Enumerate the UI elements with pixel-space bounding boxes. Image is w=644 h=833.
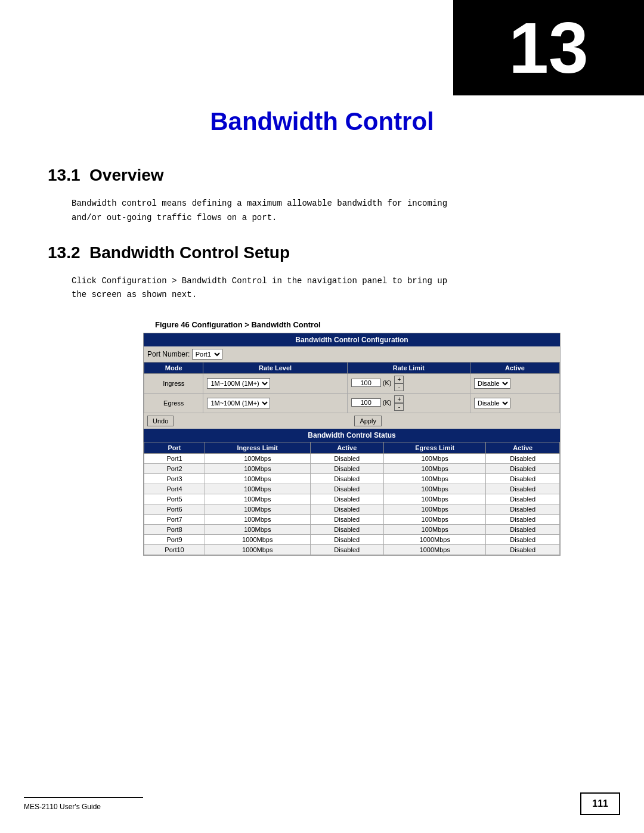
egress-rate-input[interactable] xyxy=(351,398,381,407)
status-cell-3-4: Disabled xyxy=(486,484,560,494)
status-cell-7-4: Disabled xyxy=(486,525,560,535)
status-cell-7-0: Port8 xyxy=(144,525,205,535)
status-cell-3-0: Port4 xyxy=(144,484,205,494)
footer-product-name: MES-2110 User's Guide xyxy=(24,803,101,811)
status-cell-1-2: Disabled xyxy=(310,464,384,474)
egress-rate-down-btn[interactable]: - xyxy=(394,403,404,411)
status-cell-0-0: Port1 xyxy=(144,454,205,464)
status-cell-1-3: 100Mbps xyxy=(384,464,486,474)
status-cell-4-1: 100Mbps xyxy=(205,494,310,504)
egress-rate-limit-cell: (K) + - xyxy=(347,394,470,413)
section-13-1-heading: 13.1 Overview xyxy=(48,166,596,185)
egress-row: Egress 1M~100M (1M+) (K) + - xyxy=(144,394,560,413)
status-cell-1-0: Port2 xyxy=(144,464,205,474)
egress-rate-up-btn[interactable]: + xyxy=(394,395,404,403)
status-table-row: Port6100MbpsDisabled100MbpsDisabled xyxy=(144,504,560,515)
status-cell-7-3: 100Mbps xyxy=(384,525,486,535)
status-cell-8-4: Disabled xyxy=(486,535,560,545)
port-number-select[interactable]: Port1 Port2 Port3 xyxy=(192,349,222,360)
ingress-rate-limit-cell: (K) + - xyxy=(347,374,470,394)
egress-rate-level-cell: 1M~100M (1M+) xyxy=(203,394,347,413)
status-cell-5-3: 100Mbps xyxy=(384,504,486,515)
port-number-row: Port Number: Port1 Port2 Port3 xyxy=(144,346,560,362)
status-cell-6-3: 100Mbps xyxy=(384,515,486,525)
col-rate-limit: Rate Limit xyxy=(347,363,470,374)
ingress-rate-level-cell: 1M~100M (1M+) xyxy=(203,374,347,394)
screenshot-container: Bandwidth Control Configuration Port Num… xyxy=(143,333,561,556)
status-cell-4-0: Port5 xyxy=(144,494,205,504)
status-cell-4-2: Disabled xyxy=(310,494,384,504)
status-cell-4-3: 100Mbps xyxy=(384,494,486,504)
status-table-row: Port4100MbpsDisabled100MbpsDisabled xyxy=(144,484,560,494)
chapter-box: 13 xyxy=(453,0,644,95)
status-table-row: Port1100MbpsDisabled100MbpsDisabled xyxy=(144,454,560,464)
status-table-row: Port91000MbpsDisabled1000MbpsDisabled xyxy=(144,535,560,545)
status-cell-9-1: 1000Mbps xyxy=(205,545,310,555)
section-13-1-body: Bandwidth control means defining a maxim… xyxy=(72,197,596,225)
page-number-box: 111 xyxy=(580,792,620,815)
config-panel-title: Bandwidth Control Configuration xyxy=(144,333,560,346)
status-table-row: Port101000MbpsDisabled1000MbpsDisabled xyxy=(144,545,560,555)
col-rate-level: Rate Level xyxy=(203,363,347,374)
status-cell-6-1: 100Mbps xyxy=(205,515,310,525)
status-cell-0-1: 100Mbps xyxy=(205,454,310,464)
status-cell-0-4: Disabled xyxy=(486,454,560,464)
status-col-egress-limit: Egress Limit xyxy=(384,442,486,454)
status-cell-8-3: 1000Mbps xyxy=(384,535,486,545)
status-cell-5-4: Disabled xyxy=(486,504,560,515)
egress-rate-level-select[interactable]: 1M~100M (1M+) xyxy=(207,398,270,408)
status-cell-8-2: Disabled xyxy=(310,535,384,545)
status-cell-2-3: 100Mbps xyxy=(384,474,486,484)
egress-rate-unit: (K) xyxy=(383,399,392,406)
footer-left-area: MES-2110 User's Guide xyxy=(24,797,143,811)
section-13-2-body: Click Configuration > Bandwidth Control … xyxy=(72,274,596,303)
ingress-rate-up-btn[interactable]: + xyxy=(394,376,404,383)
status-table: Port Ingress Limit Active Egress Limit A… xyxy=(144,442,560,555)
status-cell-0-3: 100Mbps xyxy=(384,454,486,464)
col-active: Active xyxy=(470,363,559,374)
status-table-row: Port7100MbpsDisabled100MbpsDisabled xyxy=(144,515,560,525)
status-cell-5-1: 100Mbps xyxy=(205,504,310,515)
status-cell-2-4: Disabled xyxy=(486,474,560,484)
undo-button[interactable]: Undo xyxy=(147,416,174,426)
port-number-label: Port Number: xyxy=(147,350,190,358)
figure-label: Figure 46 Configuration > Bandwidth Cont… xyxy=(155,320,596,329)
status-cell-9-2: Disabled xyxy=(310,545,384,555)
ingress-active-select[interactable]: Disable Enable xyxy=(474,378,510,389)
status-cell-1-1: 100Mbps xyxy=(205,464,310,474)
status-cell-5-0: Port6 xyxy=(144,504,205,515)
status-cell-9-4: Disabled xyxy=(486,545,560,555)
egress-active-select[interactable]: Disable Enable xyxy=(474,398,510,408)
status-cell-6-4: Disabled xyxy=(486,515,560,525)
status-cell-4-4: Disabled xyxy=(486,494,560,504)
ingress-rate-level-select[interactable]: 1M~100M (1M+) xyxy=(207,378,270,389)
chapter-number: 13 xyxy=(509,12,588,83)
status-cell-7-1: 100Mbps xyxy=(205,525,310,535)
status-cell-8-1: 1000Mbps xyxy=(205,535,310,545)
status-table-row: Port2100MbpsDisabled100MbpsDisabled xyxy=(144,464,560,474)
status-cell-2-0: Port3 xyxy=(144,474,205,484)
ingress-mode-cell: Ingress xyxy=(144,374,203,394)
chapter-title: Bandwidth Control xyxy=(48,107,596,136)
status-table-row: Port5100MbpsDisabled100MbpsDisabled xyxy=(144,494,560,504)
status-cell-3-1: 100Mbps xyxy=(205,484,310,494)
status-cell-6-0: Port7 xyxy=(144,515,205,525)
status-col-port: Port xyxy=(144,442,205,454)
status-col-active-egress: Active xyxy=(486,442,560,454)
status-cell-6-2: Disabled xyxy=(310,515,384,525)
ingress-rate-down-btn[interactable]: - xyxy=(394,383,404,391)
status-cell-3-3: 100Mbps xyxy=(384,484,486,494)
config-table: Mode Rate Level Rate Limit Active Ingres… xyxy=(144,362,560,413)
ingress-rate-unit: (K) xyxy=(383,379,392,386)
status-cell-7-2: Disabled xyxy=(310,525,384,535)
ingress-active-cell: Disable Enable xyxy=(470,374,559,394)
status-panel-title: Bandwidth Control Status xyxy=(144,429,560,442)
status-table-row: Port8100MbpsDisabled100MbpsDisabled xyxy=(144,525,560,535)
page-footer: MES-2110 User's Guide 111 xyxy=(0,792,644,815)
ingress-rate-input[interactable] xyxy=(351,379,381,387)
apply-button[interactable]: Apply xyxy=(354,416,382,426)
status-cell-1-4: Disabled xyxy=(486,464,560,474)
status-cell-8-0: Port9 xyxy=(144,535,205,545)
status-cell-0-2: Disabled xyxy=(310,454,384,464)
status-cell-3-2: Disabled xyxy=(310,484,384,494)
